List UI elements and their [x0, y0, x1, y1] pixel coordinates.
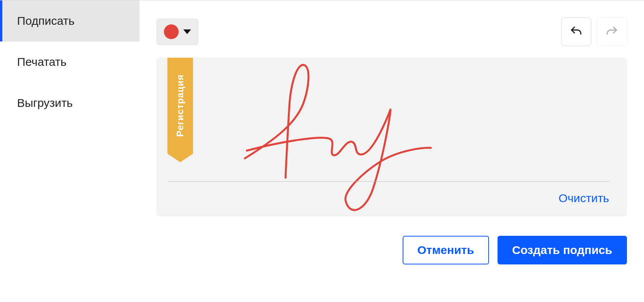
app-root: Подписать Печатать Выгрузить [0, 0, 644, 302]
undo-icon [569, 25, 583, 39]
sidebar-item-label: Выгрузить [17, 96, 73, 110]
signature-canvas-area: Регистрация Очистить [157, 58, 627, 216]
sidebar-item-print[interactable]: Печатать [0, 41, 139, 82]
chevron-down-icon [183, 29, 191, 34]
signature-baseline [167, 181, 609, 182]
footer-actions: Отменить Создать подпись [157, 236, 627, 264]
signature-stroke [229, 58, 446, 220]
sidebar: Подписать Печатать Выгрузить [0, 0, 139, 302]
button-label: Создать подпись [512, 244, 613, 257]
cancel-button[interactable]: Отменить [403, 236, 489, 264]
clear-signature-link[interactable]: Очистить [558, 192, 609, 205]
redo-button[interactable] [597, 17, 627, 46]
undo-button[interactable] [561, 17, 591, 46]
sidebar-item-label: Печатать [17, 55, 67, 69]
sidebar-item-label: Подписать [17, 14, 75, 27]
create-signature-button[interactable]: Создать подпись [498, 236, 627, 264]
color-picker[interactable] [157, 19, 198, 45]
toolbar [157, 17, 627, 46]
signature-pad[interactable] [167, 65, 609, 182]
button-label: Отменить [417, 244, 474, 257]
sidebar-item-sign[interactable]: Подписать [0, 0, 139, 41]
undo-redo-group [561, 17, 627, 46]
main-panel: Регистрация Очистить Отменить Создать по… [139, 0, 644, 302]
color-swatch [164, 24, 179, 39]
sidebar-item-export[interactable]: Выгрузить [0, 82, 139, 124]
redo-icon [605, 25, 619, 39]
